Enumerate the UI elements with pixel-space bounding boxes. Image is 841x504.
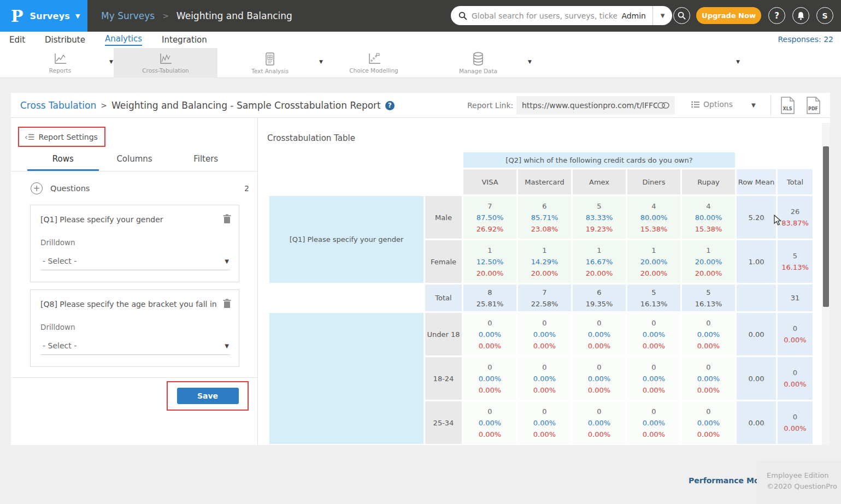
report-settings-button[interactable]: ‹ ☰ Report Settings [18,127,105,147]
total-header: Total [778,169,813,194]
cell-value: 0.00% [573,417,626,429]
options-button[interactable]: Options [691,100,733,109]
total-cell: 516.13% [682,284,735,311]
cell-value: 0 [463,406,516,417]
cell-value: 0 [518,406,571,417]
drilldown-select[interactable]: - Select - ▼ [40,254,230,270]
report-link-url[interactable]: https://www.questionpro.com/t/lFFCZg [522,101,657,110]
nav-distribute[interactable]: Distribute [45,35,85,45]
save-highlight: Save [167,381,249,411]
notifications-button[interactable] [792,7,809,24]
surveys-menu[interactable]: P Surveys ▼ [0,0,87,32]
cell-value: 0.00% [573,429,626,440]
cell-value: 0 [682,406,735,417]
breadcrumb-my-surveys[interactable]: My Surveys [101,10,155,21]
nav-edit[interactable]: Edit [9,35,25,45]
report-help-icon[interactable]: ? [385,101,395,110]
chevron-down-icon[interactable]: ▼ [751,102,756,108]
vertical-scrollbar[interactable] [822,123,830,445]
crosstab-title: Crosstabulation Table [267,133,355,143]
report-title: Weighting and Balancing - Sample Crossta… [111,100,381,111]
cell-value: 0 [682,317,735,329]
trash-icon[interactable] [223,214,231,224]
total-row-label: Total [425,284,462,311]
cell-value: 0.00% [573,329,626,340]
cell-value: 0.00% [463,429,516,440]
spacer-cell [269,284,424,311]
cell-value: 6 [518,200,571,212]
scrollbar-thumb[interactable] [823,146,829,307]
toolbar-choice-modelling-label: Choice Modelling [349,67,398,74]
nav-analytics[interactable]: Analytics [105,34,142,46]
row-label: Male [425,196,462,239]
crosstab-cell: 00.00%0.00% [627,313,680,355]
account-avatar[interactable]: S [816,7,833,24]
spacer-cell [269,169,462,194]
save-button[interactable]: Save [177,388,239,404]
cross-tabulation-link[interactable]: Cross Tabulation [20,100,96,111]
cell-value: 0.00% [778,423,813,434]
cell-value: 4 [627,200,680,212]
cell-value: 0.00% [518,340,571,352]
cell-value: 0.00% [682,384,735,396]
crosstab-cell: 00.00%0.00% [518,401,571,444]
upgrade-now-button[interactable]: Upgrade Now [696,7,761,24]
export-pdf-button[interactable]: PDF [806,97,821,116]
cell-value: 16.13% [682,298,735,310]
cross-tab-chart-icon [158,52,173,66]
crosstab-cell: 114.29%20.00% [518,240,571,283]
question-title: [Q1] Please specify your gender [40,215,221,224]
link-icon[interactable] [657,102,669,109]
search-scope-dropdown[interactable]: ▼ [652,6,672,25]
cell-value: 0.00% [463,329,516,340]
tab-filters[interactable]: Filters [170,154,242,171]
global-search-input[interactable] [467,11,621,20]
search-scope-value[interactable]: Admin [621,11,652,20]
tab-rows[interactable]: Rows [27,154,99,171]
toolbar-reports[interactable]: Reports ▼ [8,48,112,78]
cell-value: 12.50% [463,256,516,268]
cell-value: 6 [573,287,626,298]
questionpro-logo-icon: P [11,7,23,26]
chevron-down-icon[interactable]: ▼ [109,59,113,64]
questions-header: + Questions 2 [31,180,249,197]
cell-value: 5 [778,250,813,262]
toolbar-text-analysis[interactable]: Text Analysis ▼ [218,48,322,78]
row-mean-cell: 5.20 [737,196,776,239]
collapse-panel-icon: ‹ ☰ [25,133,34,141]
cell-value: 0.00% [573,373,626,384]
export-xls-button[interactable]: XLS [780,97,795,116]
search-icon [678,11,686,20]
chevron-down-icon[interactable]: ▼ [736,59,740,64]
cell-value: 0.00% [682,417,735,429]
chevron-down-icon: ▼ [225,258,229,264]
column-header-mastercard: Mastercard [518,169,571,194]
search-submit-button[interactable] [673,7,690,24]
help-button[interactable]: ? [768,7,785,24]
cell-value: 20.00% [682,268,735,279]
tab-columns[interactable]: Columns [99,154,170,171]
row-total-cell: 00.00% [778,313,813,355]
cell-value: 8 [463,287,516,298]
row-mean-cell: 0.00 [737,313,776,355]
row-total-cell: 516.13% [778,240,813,283]
crosstab-table-area: [Q2] which of the following credit cards… [268,151,822,445]
cell-value: 7 [518,287,571,298]
cell-value: 0.00 [737,373,776,384]
document-grid-icon [264,52,276,66]
toolbar-cross-tabulation[interactable]: Cross-Tabulation ▼ [114,48,217,78]
nav-integration[interactable]: Integration [162,35,207,45]
spacer-cell [737,152,813,168]
toolbar-manage-data[interactable]: Manage Data ▼ [426,48,530,78]
toolbar-text-analysis-label: Text Analysis [251,68,289,74]
drilldown-select[interactable]: - Select - ▼ [40,339,230,355]
crosstab-cell: 00.00%0.00% [682,401,735,444]
divider [771,95,771,116]
toolbar-choice-modelling[interactable]: Choice Modelling ▼ [322,48,426,78]
trash-icon[interactable] [223,299,231,309]
crosstab-row: [Q1] Please specify your genderMale787.5… [269,196,813,239]
cell-value: 1 [518,245,571,256]
add-question-button[interactable]: + [31,182,43,194]
cell-value: 15.38% [627,223,680,235]
cell-value: 15.38% [682,223,735,235]
